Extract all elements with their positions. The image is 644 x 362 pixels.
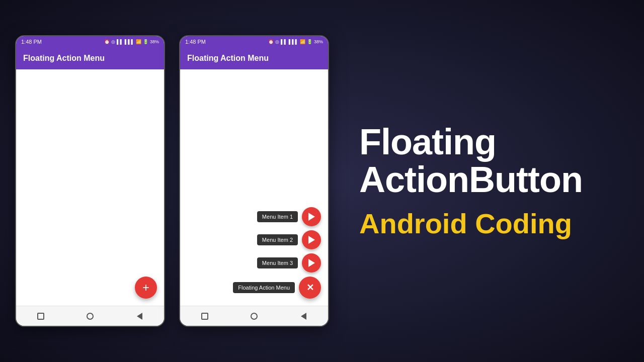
- title-line2: ActionButton: [359, 161, 583, 199]
- phone1-nav-circle: [85, 311, 95, 321]
- phone1-fab-button[interactable]: +: [135, 277, 157, 299]
- phone2-nav-bar: [180, 306, 328, 326]
- fab-menu-item-3[interactable]: Menu Item 3: [257, 253, 321, 273]
- subtitle-android-coding: Android Coding: [359, 208, 572, 239]
- fab-main-item[interactable]: Floating Action Menu ✕: [233, 277, 321, 299]
- phone-1: 1:48 PM ⏰ ◎ ▌▌ ▌▌▌ 📶 🔋 38% Floating Acti…: [15, 35, 165, 327]
- phone2-fab-main-button[interactable]: ✕: [299, 277, 321, 299]
- phone2-content: Menu Item 1 Menu Item 2 Menu Item 3: [180, 69, 328, 306]
- phone2-toolbar-title: Floating Action Menu: [187, 54, 269, 63]
- phone1-toolbar-title: Floating Action Menu: [23, 54, 105, 63]
- scene: 1:48 PM ⏰ ◎ ▌▌ ▌▌▌ 📶 🔋 38% Floating Acti…: [0, 0, 644, 362]
- phone1-content: +: [16, 69, 164, 306]
- phone-2: 1:48 PM ⏰ ◎ ▌▌ ▌▌▌ 📶 🔋 38% Floating Acti…: [179, 35, 329, 327]
- play-arrow-icon-2: [308, 236, 315, 244]
- phone1-nav-square: [36, 311, 46, 321]
- fab-menu-item-1[interactable]: Menu Item 1: [257, 207, 321, 226]
- phone1-nav-bar: [16, 306, 164, 326]
- phone2-nav-back: [298, 311, 308, 321]
- phone2-nav-circle: [249, 311, 259, 321]
- phone2-fab-menu: Menu Item 1 Menu Item 2 Menu Item 3: [233, 207, 321, 299]
- phone1-time: 1:48 PM: [21, 39, 42, 45]
- close-icon: ✕: [306, 282, 314, 293]
- fab-sub-btn-2[interactable]: [302, 230, 321, 249]
- phone2-status-bar: 1:48 PM ⏰ ◎ ▌▌ ▌▌▌ 📶 🔋 38%: [180, 36, 328, 47]
- title-line1: Floating: [359, 123, 496, 161]
- phone2-toolbar: Floating Action Menu: [180, 47, 328, 69]
- fab-menu-label-1: Menu Item 1: [257, 211, 298, 222]
- phone1-nav-back: [134, 311, 144, 321]
- fab-main-label: Floating Action Menu: [233, 282, 295, 293]
- phone1-status-icons: ⏰ ◎ ▌▌ ▌▌▌ 📶 🔋 38%: [104, 39, 159, 44]
- phone1-status-bar: 1:48 PM ⏰ ◎ ▌▌ ▌▌▌ 📶 🔋 38%: [16, 36, 164, 47]
- phone2-time: 1:48 PM: [185, 39, 206, 45]
- phone2-nav-square: [200, 311, 210, 321]
- play-arrow-icon-3: [308, 259, 315, 267]
- fab-menu-item-2[interactable]: Menu Item 2: [257, 230, 321, 249]
- phone2-status-icons: ⏰ ◎ ▌▌ ▌▌▌ 📶 🔋 38%: [268, 39, 323, 44]
- fab-sub-btn-3[interactable]: [302, 253, 321, 273]
- phone1-fab-icon: +: [142, 282, 149, 294]
- phone1-toolbar: Floating Action Menu: [16, 47, 164, 69]
- play-arrow-icon-1: [308, 213, 315, 221]
- fab-sub-btn-1[interactable]: [302, 207, 321, 226]
- right-text-section: Floating ActionButton Android Coding: [329, 123, 629, 239]
- fab-menu-label-2: Menu Item 2: [257, 234, 298, 245]
- fab-menu-label-3: Menu Item 3: [257, 257, 298, 268]
